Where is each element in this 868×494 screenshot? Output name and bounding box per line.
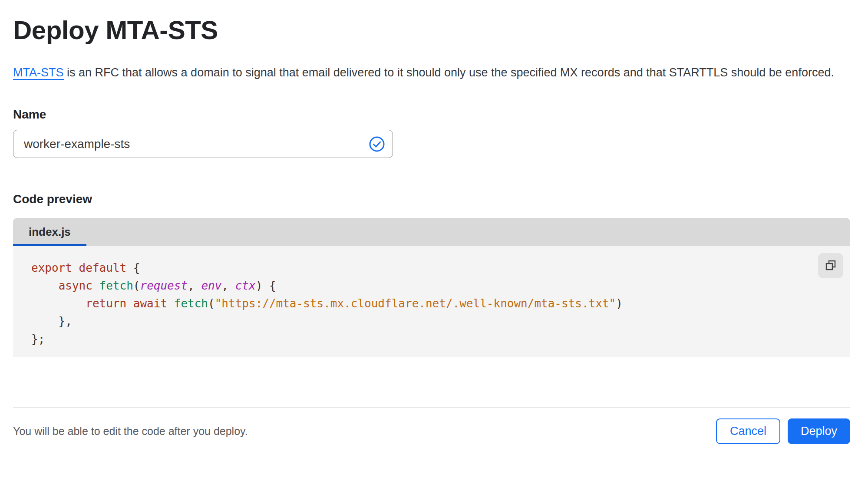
code-tab-bar: index.js <box>13 218 850 246</box>
name-label: Name <box>13 107 850 122</box>
cancel-button[interactable]: Cancel <box>716 418 780 444</box>
name-input-wrap <box>13 130 393 158</box>
deploy-mta-sts-page: Deploy MTA-STS MTA-STS is an RFC that al… <box>0 15 850 444</box>
page-title: Deploy MTA-STS <box>13 15 850 46</box>
code-content: export default { async fetch(request, en… <box>31 259 815 348</box>
mta-sts-link[interactable]: MTA-STS <box>13 66 64 80</box>
description-text: MTA-STS is an RFC that allows a domain t… <box>13 63 842 83</box>
copy-code-button[interactable] <box>818 253 843 278</box>
deploy-button[interactable]: Deploy <box>788 418 850 444</box>
code-preview-block: index.js export default { async fetch(re… <box>13 218 850 357</box>
footer-note: You will be able to edit the code after … <box>13 425 248 438</box>
name-input[interactable] <box>13 130 393 158</box>
tab-index-js-label: index.js <box>29 225 71 239</box>
tab-index-js[interactable]: index.js <box>13 218 86 246</box>
code-editor-area: export default { async fetch(request, en… <box>13 246 850 357</box>
copy-icon <box>824 259 837 273</box>
check-circle-icon <box>369 136 385 152</box>
code-preview-label: Code preview <box>13 192 850 207</box>
footer-bar: You will be able to edit the code after … <box>13 407 850 444</box>
description-rest: is an RFC that allows a domain to signal… <box>64 66 834 79</box>
footer-actions: Cancel Deploy <box>716 418 850 444</box>
